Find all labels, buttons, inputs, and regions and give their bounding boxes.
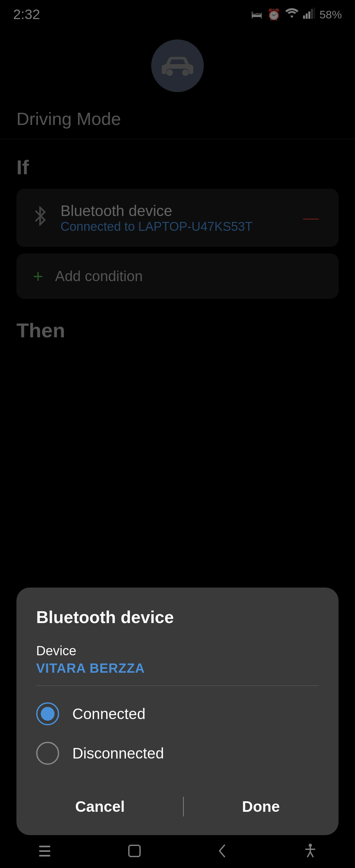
- device-value: VITARA BERZZA: [36, 661, 319, 676]
- disconnected-radio-circle[interactable]: [36, 742, 59, 765]
- dialog-title: Bluetooth device: [36, 607, 319, 627]
- divider: [36, 685, 319, 686]
- connected-radio-inner: [41, 707, 55, 721]
- disconnected-label: Disconnected: [72, 744, 164, 762]
- bluetooth-device-dialog: Bluetooth device Device VITARA BERZZA Co…: [17, 588, 338, 835]
- cancel-button[interactable]: Cancel: [56, 791, 144, 822]
- device-section: Device VITARA BERZZA: [36, 644, 319, 686]
- radio-group: Connected Disconnected: [36, 702, 319, 765]
- dialog-buttons: Cancel Done: [36, 784, 319, 822]
- device-label: Device: [36, 644, 319, 658]
- disconnected-option[interactable]: Disconnected: [36, 742, 319, 765]
- connected-radio-circle[interactable]: [36, 702, 59, 725]
- connected-option[interactable]: Connected: [36, 702, 319, 725]
- done-button[interactable]: Done: [222, 791, 299, 822]
- button-divider: [183, 797, 184, 816]
- connected-label: Connected: [72, 705, 146, 723]
